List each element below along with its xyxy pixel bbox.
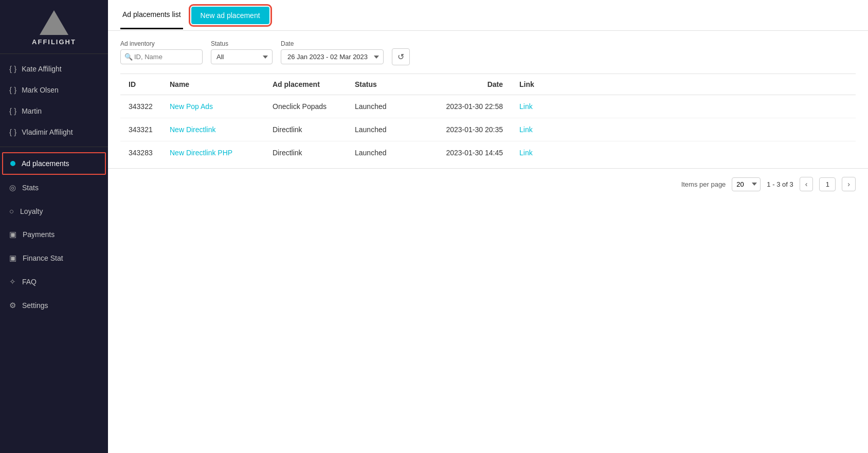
pagination-range: 1 - 3 of 3 [767, 180, 793, 188]
loyalty-icon: ○ [9, 207, 14, 215]
date-label: Date [281, 40, 384, 47]
cell-actions [552, 141, 856, 165]
col-header-id: ID [120, 74, 161, 95]
search-icon: 🔍 [124, 53, 133, 61]
cell-ad-placement: Directlink [264, 118, 347, 141]
cell-link: Link [511, 95, 552, 118]
sidebar-user-vladimir[interactable]: { } Vladimir Affilight [0, 121, 108, 142]
sidebar-user-vladimir-label: Vladimir Affilight [22, 128, 73, 136]
table-body: 343322 New Pop Ads Oneclick Popads Launc… [120, 95, 856, 165]
finance-stat-icon: ▣ [9, 253, 16, 263]
cell-date: 2023-01-30 22:58 [408, 95, 511, 118]
row-name-link[interactable]: New Directlink [170, 125, 215, 134]
sidebar-item-ad-placements[interactable]: Ad placements [2, 152, 106, 175]
sidebar-item-loyalty-label: Loyalty [20, 207, 43, 215]
status-label: Status [211, 40, 273, 47]
sidebar-item-loyalty[interactable]: ○ Loyalty [0, 200, 108, 223]
table-row: 343322 New Pop Ads Oneclick Popads Launc… [120, 95, 856, 118]
col-header-status: Status [347, 74, 408, 95]
col-header-link: Link [511, 74, 552, 95]
items-per-page-label: Items per page [681, 180, 726, 188]
cell-name: New Pop Ads [161, 95, 264, 118]
tabs-header: Ad placements list New ad placement [108, 0, 868, 31]
cell-ad-placement: Directlink [264, 141, 347, 165]
filter-date-group: Date 26 Jan 2023 - 02 Mar 2023 [281, 40, 384, 64]
status-select[interactable]: All Launched Paused Draft [211, 49, 273, 64]
stats-icon: ◎ [9, 183, 16, 192]
items-per-page-select[interactable]: 10 20 50 100 [732, 177, 761, 191]
sidebar-user-kate[interactable]: { } Kate Affilight [0, 58, 108, 79]
sidebar: AFFILIGHT { } Kate Affilight { } Mark Ol… [0, 0, 108, 453]
sidebar-user-mark[interactable]: { } Mark Olsen [0, 79, 108, 100]
user-icon-mark: { } [9, 85, 16, 94]
filter-status-group: Status All Launched Paused Draft [211, 40, 273, 64]
cell-status: Launched [347, 95, 408, 118]
main-content: Ad placements list New ad placement Ad i… [108, 0, 868, 453]
ad-inventory-input[interactable] [120, 49, 203, 64]
cell-id: 343321 [120, 118, 161, 141]
cell-actions [552, 118, 856, 141]
cell-ad-placement: Oneclick Popads [264, 95, 347, 118]
sidebar-item-faq[interactable]: ✧ FAQ [0, 270, 108, 294]
pagination-current-page: 1 [819, 177, 836, 191]
active-dot-icon [10, 161, 15, 166]
col-header-name: Name [161, 74, 264, 95]
user-icon-martin: { } [9, 106, 16, 115]
cell-date: 2023-01-30 20:35 [408, 118, 511, 141]
pagination-next-button[interactable]: › [842, 177, 856, 191]
sidebar-item-payments[interactable]: ▣ Payments [0, 223, 108, 246]
sidebar-item-finance-stat-label: Finance Stat [23, 254, 63, 262]
tab-ad-placements-list[interactable]: Ad placements list [120, 1, 183, 29]
row-name-link[interactable]: New Directlink PHP [170, 149, 232, 157]
cell-name: New Directlink PHP [161, 141, 264, 165]
sidebar-item-payments-label: Payments [23, 230, 55, 239]
cell-name: New Directlink [161, 118, 264, 141]
sidebar-item-settings[interactable]: ⚙ Settings [0, 294, 108, 317]
cell-status: Launched [347, 141, 408, 165]
refresh-button[interactable]: ↺ [392, 48, 410, 65]
pagination-bar: Items per page 10 20 50 100 1 - 3 of 3 ‹… [108, 168, 868, 200]
user-list: { } Kate Affilight { } Mark Olsen { } Ma… [0, 54, 108, 147]
pagination-prev-button[interactable]: ‹ [800, 177, 813, 191]
filter-ad-inventory-group: Ad inventory 🔍 [120, 40, 203, 64]
ad-inventory-input-wrap: 🔍 [120, 49, 203, 64]
cell-link: Link [511, 118, 552, 141]
sidebar-item-finance-stat[interactable]: ▣ Finance Stat [0, 246, 108, 270]
sidebar-user-mark-label: Mark Olsen [22, 86, 59, 94]
cell-date: 2023-01-30 14:45 [408, 141, 511, 165]
cell-id: 343283 [120, 141, 161, 165]
cell-id: 343322 [120, 95, 161, 118]
logo-text: AFFILIGHT [32, 38, 76, 46]
sidebar-user-martin[interactable]: { } Martin [0, 100, 108, 121]
table-row: 343321 New Directlink Directlink Launche… [120, 118, 856, 141]
sidebar-item-stats[interactable]: ◎ Stats [0, 176, 108, 200]
sidebar-user-martin-label: Martin [22, 107, 42, 115]
col-header-date: Date [408, 74, 511, 95]
user-icon-vladimir: { } [9, 128, 16, 136]
row-link[interactable]: Link [519, 102, 533, 111]
col-header-ad-placement: Ad placement [264, 74, 347, 95]
row-name-link[interactable]: New Pop Ads [170, 102, 213, 111]
sidebar-item-ad-placements-label: Ad placements [22, 159, 69, 168]
payments-icon: ▣ [9, 230, 16, 239]
sidebar-user-kate-label: Kate Affilight [22, 65, 62, 73]
row-link[interactable]: Link [519, 149, 533, 157]
logo-icon [40, 10, 68, 35]
date-range-picker[interactable]: 26 Jan 2023 - 02 Mar 2023 [281, 49, 384, 64]
cell-status: Launched [347, 118, 408, 141]
ad-placements-table-wrap: ID Name Ad placement Status Date Link 34… [108, 74, 868, 164]
filter-bar: Ad inventory 🔍 Status All Launched Pause… [108, 31, 868, 74]
new-ad-placement-button[interactable]: New ad placement [191, 7, 269, 24]
table-row: 343283 New Directlink PHP Directlink Lau… [120, 141, 856, 165]
logo-area: AFFILIGHT [0, 0, 108, 53]
row-link[interactable]: Link [519, 125, 533, 134]
sidebar-item-faq-label: FAQ [22, 278, 37, 286]
cell-link: Link [511, 141, 552, 165]
nav-section: Ad placements ◎ Stats ○ Loyalty ▣ Paymen… [0, 147, 108, 321]
sidebar-item-stats-label: Stats [22, 184, 39, 192]
col-header-actions [552, 74, 856, 95]
table-header-row: ID Name Ad placement Status Date Link [120, 74, 856, 95]
settings-icon: ⚙ [9, 301, 16, 310]
cell-actions [552, 95, 856, 118]
user-icon-kate: { } [9, 64, 16, 73]
